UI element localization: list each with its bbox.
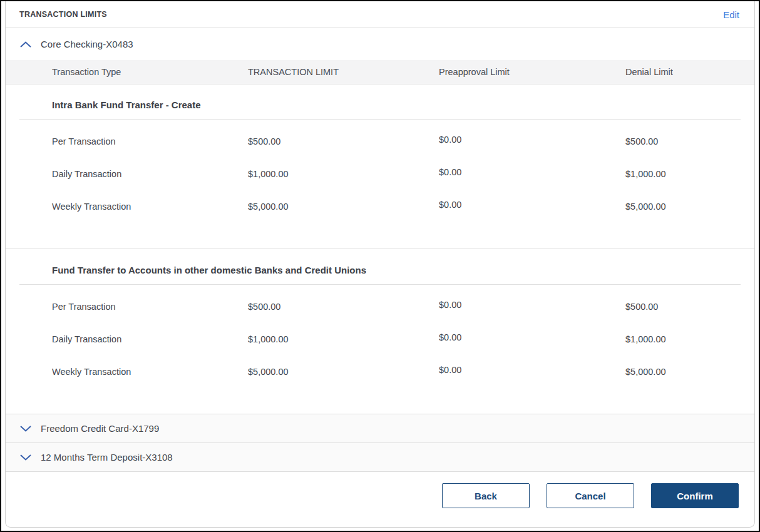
panel-header: TRANSACTION LIMITS Edit xyxy=(6,1,754,28)
transaction-limit-value: $1,000.00 xyxy=(248,169,439,179)
group-title: Intra Bank Fund Transfer - Create xyxy=(19,84,741,120)
transaction-limit-value: $5,000.00 xyxy=(248,202,439,212)
transaction-limits-panel: TRANSACTION LIMITS Edit Core Checking-X0… xyxy=(5,1,755,528)
transaction-type-value: Daily Transaction xyxy=(52,334,248,344)
table-row: Daily Transaction $1,000.00 $0.00 $1,000… xyxy=(19,323,741,356)
chevron-down-icon xyxy=(19,425,32,432)
denial-limit-value: $500.00 xyxy=(625,302,741,312)
denial-limit-value: $500.00 xyxy=(625,136,741,146)
column-header-transaction-type: Transaction Type xyxy=(52,67,248,77)
cancel-button[interactable]: Cancel xyxy=(547,483,634,508)
accordion-core-checking[interactable]: Core Checking-X0483 xyxy=(6,28,754,60)
denial-limit-value: $5,000.00 xyxy=(625,202,741,212)
transaction-type-value: Per Transaction xyxy=(52,136,248,146)
preapproval-limit-value: $0.00 xyxy=(439,167,625,177)
transaction-limit-value: $1,000.00 xyxy=(248,334,439,344)
group-title: Fund Transfer to Accounts in other domes… xyxy=(19,249,741,285)
transaction-type-value: Weekly Transaction xyxy=(52,202,248,212)
preapproval-limit-value: $0.00 xyxy=(439,332,625,342)
column-header-denial-limit: Denial Limit xyxy=(625,67,754,77)
limit-group-intra-bank: Intra Bank Fund Transfer - Create Per Tr… xyxy=(19,84,741,248)
panel-title: TRANSACTION LIMITS xyxy=(19,10,107,19)
footer-action-bar: Back Cancel Confirm xyxy=(6,471,754,525)
chevron-up-icon xyxy=(19,41,32,48)
column-header-preapproval-limit: Preapproval Limit xyxy=(439,67,625,77)
transaction-type-value: Per Transaction xyxy=(52,302,248,312)
table-header-row: Transaction Type TRANSACTION LIMIT Preap… xyxy=(6,60,754,84)
transaction-limit-value: $500.00 xyxy=(248,136,439,146)
column-header-transaction-limit: TRANSACTION LIMIT xyxy=(248,67,439,77)
account-name: 12 Months Term Deposit-X3108 xyxy=(41,452,173,463)
denial-limit-value: $5,000.00 xyxy=(625,367,741,377)
table-row: Weekly Transaction $5,000.00 $0.00 $5,00… xyxy=(19,190,741,223)
table-row: Per Transaction $500.00 $0.00 $500.00 xyxy=(19,125,741,158)
chevron-down-icon xyxy=(19,454,32,461)
table-row: Daily Transaction $1,000.00 $0.00 $1,000… xyxy=(19,158,741,190)
table-row: Weekly Transaction $5,000.00 $0.00 $5,00… xyxy=(19,356,741,388)
account-name: Freedom Credit Card-X1799 xyxy=(41,423,159,434)
limit-group-other-banks: Fund Transfer to Accounts in other domes… xyxy=(19,249,741,414)
table-row: Per Transaction $500.00 $0.00 $500.00 xyxy=(19,290,741,323)
account-name: Core Checking-X0483 xyxy=(41,39,133,49)
preapproval-limit-value: $0.00 xyxy=(439,200,625,210)
edit-link[interactable]: Edit xyxy=(723,9,739,20)
transaction-limit-value: $500.00 xyxy=(248,302,439,312)
preapproval-limit-value: $0.00 xyxy=(439,300,625,310)
preapproval-limit-value: $0.00 xyxy=(439,135,625,145)
denial-limit-value: $1,000.00 xyxy=(625,334,741,344)
transaction-type-value: Weekly Transaction xyxy=(52,367,248,377)
confirm-button[interactable]: Confirm xyxy=(651,483,739,508)
transaction-limit-value: $5,000.00 xyxy=(248,367,439,377)
back-button[interactable]: Back xyxy=(442,483,530,508)
preapproval-limit-value: $0.00 xyxy=(439,365,625,375)
transaction-type-value: Daily Transaction xyxy=(52,169,248,179)
accordion-term-deposit[interactable]: 12 Months Term Deposit-X3108 xyxy=(6,442,754,471)
denial-limit-value: $1,000.00 xyxy=(625,169,741,179)
accordion-freedom-credit-card[interactable]: Freedom Credit Card-X1799 xyxy=(6,414,754,442)
